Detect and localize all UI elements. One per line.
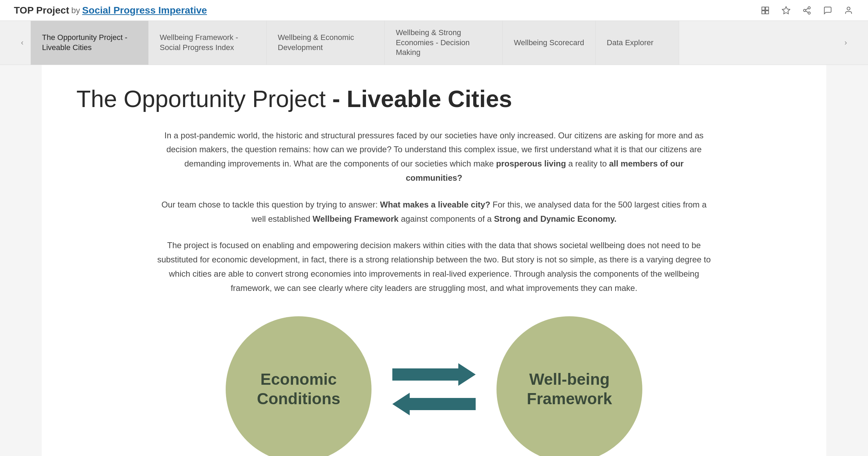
svg-point-6 [803, 9, 806, 11]
svg-marker-11 [392, 363, 476, 386]
brand-area: TOP Project by Social Progress Imperativ… [14, 5, 207, 16]
tab-social-progress[interactable]: Wellbeing Framework - Social Progress In… [149, 21, 267, 65]
diagram-section: EconomicConditions Well-beingFramework [76, 316, 792, 456]
tab-scorecard[interactable]: Wellbeing Scorecard [503, 21, 596, 65]
svg-rect-2 [762, 11, 765, 14]
brand-by: by [71, 6, 80, 15]
svg-marker-12 [392, 393, 476, 415]
brand-title: TOP Project [14, 5, 69, 16]
intro-paragraph-1: In a post-pandemic world, the historic a… [156, 129, 712, 185]
svg-line-8 [806, 11, 808, 12]
svg-line-9 [806, 8, 808, 10]
svg-rect-3 [766, 11, 769, 14]
tab-next-arrow[interactable]: › [837, 21, 854, 65]
share-icon[interactable] [801, 5, 812, 16]
tab-data-explorer[interactable]: Data Explorer [596, 21, 679, 65]
user-icon[interactable] [843, 5, 854, 16]
tab-economic-development[interactable]: Wellbeing & Economic Development [267, 21, 385, 65]
wellbeing-framework-label: Well-beingFramework [516, 370, 622, 408]
svg-marker-4 [782, 7, 790, 14]
main-content: The Opportunity Project - Liveable Citie… [42, 65, 826, 456]
layout-icon[interactable] [760, 5, 771, 16]
svg-point-10 [847, 7, 850, 10]
intro-paragraph-3: The project is focused on enabling and e… [156, 238, 712, 295]
diagram-arrows [392, 363, 476, 415]
arrow-right-icon [392, 363, 476, 386]
comment-icon[interactable] [822, 5, 833, 16]
svg-point-5 [808, 7, 810, 9]
brand-link[interactable]: Social Progress Imperative [82, 5, 207, 16]
top-bar: TOP Project by Social Progress Imperativ… [0, 0, 868, 21]
svg-rect-1 [766, 7, 769, 10]
tab-list: The Opportunity Project - Liveable Citie… [31, 21, 837, 65]
page-title: The Opportunity Project - Liveable Citie… [76, 86, 792, 112]
tab-navigation: ‹ The Opportunity Project - Liveable Cit… [0, 21, 868, 65]
tab-decision-making[interactable]: Wellbeing & Strong Economies - Decision … [385, 21, 503, 65]
tab-prev-arrow[interactable]: ‹ [14, 21, 31, 65]
star-icon[interactable] [781, 5, 792, 16]
arrow-left-icon [392, 393, 476, 415]
tab-liveable-cities[interactable]: The Opportunity Project - Liveable Citie… [31, 21, 149, 65]
economic-conditions-circle: EconomicConditions [226, 316, 372, 456]
economic-conditions-label: EconomicConditions [247, 370, 351, 408]
wellbeing-framework-circle: Well-beingFramework [496, 316, 642, 456]
svg-point-7 [808, 12, 810, 14]
intro-paragraph-2: Our team chose to tackle this question b… [156, 198, 712, 226]
svg-rect-0 [762, 7, 765, 10]
toolbar-icons [760, 5, 854, 16]
